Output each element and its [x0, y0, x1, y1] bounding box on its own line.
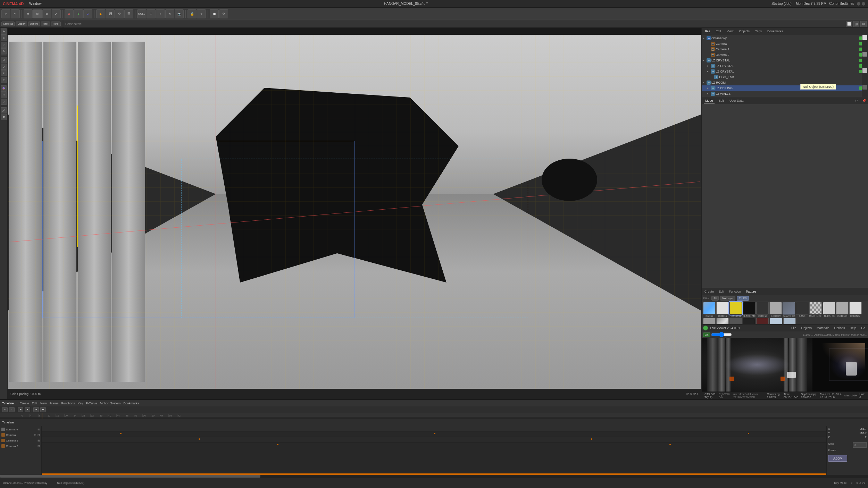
mat-glass[interactable]: GLASS_03 [783, 302, 795, 317]
rotate-btn[interactable]: ↻ [42, 9, 51, 18]
vp-options-btn[interactable]: Options [28, 22, 40, 26]
tl-bookmarks-sub[interactable]: Bookmarks [123, 402, 139, 405]
tool-knife[interactable]: ✂ [1, 92, 7, 98]
lv-on-btn[interactable]: On [703, 333, 710, 337]
track-row-camera1[interactable]: Camera.1 ⊞ [0, 438, 41, 443]
main-viewport[interactable]: Grid Spacing: 1000 m 72.8 72.1 [8, 28, 701, 399]
mat-create-tab[interactable]: Create [703, 289, 715, 294]
vp-filter-btn[interactable]: Filter [41, 22, 50, 26]
mat-function-tab[interactable]: Function [728, 289, 743, 294]
mat-metal[interactable]: METAL [729, 318, 742, 324]
mat-black[interactable]: BLACK_ME [743, 302, 756, 317]
vp-display-btn[interactable]: Display [16, 22, 27, 26]
tool-magnet[interactable]: 🔮 [1, 85, 7, 92]
tool-select[interactable]: ✥ [1, 28, 7, 35]
tool-scale[interactable]: ⤢ [1, 42, 7, 48]
obj-row-floor[interactable]: ▸ ◈ LZ FLOOR [702, 96, 868, 97]
tool-poly[interactable]: P [1, 77, 7, 83]
mat-filter-all[interactable]: All [711, 296, 719, 301]
track-row-camera[interactable]: Camera ⊞ ⊟ [0, 432, 41, 438]
tl-stop-btn[interactable]: ■ [25, 407, 30, 412]
axis-z-btn[interactable]: Z [83, 9, 92, 18]
tl-frame-sub[interactable]: Frame [50, 402, 59, 405]
camera-btn[interactable]: 📷 [175, 9, 184, 18]
vp-panel-btn[interactable]: Panel [51, 22, 61, 26]
tool-extrude[interactable]: ⬡ [1, 99, 7, 105]
mat-octdisp2[interactable]: OctDisp [756, 302, 769, 317]
om-tags-tab[interactable]: Tags [754, 29, 763, 34]
tl-edit-sub[interactable]: Edit [32, 402, 37, 405]
attr-mode-tab[interactable]: Mode [704, 98, 715, 103]
tl-key-sub[interactable]: Key [78, 402, 83, 405]
snap-btn[interactable]: 🔒 [187, 9, 197, 18]
mat-floor[interactable]: FLOOR [703, 318, 716, 324]
tl-functions-sub[interactable]: Functions [61, 402, 75, 405]
rv-interp-input[interactable] [853, 442, 867, 448]
obj-row-crystal2[interactable]: ▸ ◈ LZ CRYSTAL [702, 63, 868, 69]
om-view-tab[interactable]: View [725, 29, 735, 34]
sphere-btn[interactable]: ○ [156, 9, 165, 18]
mat-octgloss[interactable]: OctGloss [729, 302, 742, 317]
obj-row-camera1[interactable]: 📷 Camera.1 [702, 47, 868, 52]
undo-btn[interactable]: ↩ [1, 9, 10, 18]
mat-dark-red[interactable]: DARK_RED [756, 318, 769, 324]
tool-object[interactable]: O [1, 64, 7, 70]
lv-options-tab[interactable]: Options [833, 326, 846, 330]
om-edit-tab[interactable]: Edit [715, 29, 723, 34]
om-objects-tab[interactable]: Objects [737, 29, 751, 34]
render-btn[interactable]: ▶ [96, 9, 105, 18]
lv-objects-tab[interactable]: Objects [800, 326, 813, 330]
obj-row-octanesky[interactable]: ▸ ☁ OctaneSky [702, 35, 868, 41]
lv-file-tab[interactable]: File [790, 326, 798, 330]
scene-canvas[interactable] [8, 35, 701, 389]
scene-editor-scrollbar[interactable] [0, 475, 868, 478]
tl-fcurve-sub[interactable]: F-Curve [86, 402, 97, 405]
axis-x-btn[interactable]: X [65, 9, 74, 18]
attr-userdata-tab[interactable]: User Data [728, 98, 745, 103]
vp-maximize-btn[interactable]: ⬜ [846, 21, 852, 27]
select-btn[interactable]: ✥ [24, 9, 33, 18]
obj-row-camera[interactable]: 📷 Camera [702, 41, 868, 47]
render-queue-btn[interactable]: ☰ [124, 9, 133, 18]
layout-menu[interactable]: Startup (Job) [771, 2, 792, 6]
lv-go-tab[interactable]: Go [860, 326, 867, 330]
tl-motion-sub[interactable]: Motion System [100, 402, 121, 405]
vp-mode-btn[interactable]: Cameras [1, 22, 15, 26]
settings-btn[interactable]: ⚙ [219, 9, 228, 18]
tool-rotate[interactable]: ↻ [1, 48, 7, 54]
scroll-thumb[interactable] [0, 475, 260, 478]
mat-filter-nolayer[interactable]: No Layer [720, 296, 735, 301]
mat-ring[interactable]: RING_LIGH [809, 302, 822, 317]
lv-exposure-slider[interactable] [711, 333, 732, 336]
obj-row-ceiling[interactable]: ▸ ◈ LZ CEILING [702, 85, 868, 91]
attr-pin-icon[interactable]: 📌 [862, 99, 866, 102]
obj-row-crystal[interactable]: ▸ ◈ LZ CRYSTAL [702, 58, 868, 63]
track-row-summary[interactable]: Summary ⊞ [0, 427, 41, 432]
mat-ceil-b2[interactable]: CEILING_B [770, 318, 783, 324]
obj-row-walls[interactable]: ▸ ◈ LZ WALLS [702, 91, 868, 96]
tool-move[interactable]: ⊕ [1, 35, 7, 41]
mat-texture-tab[interactable]: Texture [744, 289, 758, 294]
lv-help-tab[interactable]: Help [848, 326, 858, 330]
obj-row-crystal3[interactable]: ▸ ◈ LZ CRYSTAL [702, 69, 868, 74]
tl-last-btn[interactable]: ⏭ [40, 407, 46, 412]
scale-btn[interactable]: ⤢ [52, 9, 61, 18]
mat-dark-bui[interactable]: DARK_BUI [743, 318, 755, 324]
mat-base[interactable]: BASE [796, 302, 808, 317]
tool-paint[interactable]: 🖌 [1, 107, 7, 113]
tl-create-sub[interactable]: Create [20, 402, 29, 405]
display-btn[interactable]: 🔲 [210, 9, 219, 18]
mat-indoor[interactable]: INDOOR [769, 302, 782, 317]
cube-btn[interactable]: □ [147, 9, 156, 18]
attr-expand-icon[interactable]: ⟨⟩ [855, 99, 858, 102]
tool-sculpt[interactable]: ⬢ [1, 114, 7, 120]
tl-view-sub[interactable]: View [40, 402, 47, 405]
attr-edit-tab[interactable]: Edit [717, 98, 726, 103]
mat-crystal[interactable]: Crystal [703, 302, 716, 317]
tl-add-key-btn[interactable]: + [2, 407, 8, 412]
om-file-tab[interactable]: File [704, 29, 712, 34]
mat-pillar[interactable]: PILLAR [716, 318, 729, 324]
mat-octdisp[interactable]: OctDisp [716, 302, 729, 317]
move-btn[interactable]: ⊕ [33, 9, 42, 18]
apply-button[interactable]: Apply [828, 455, 847, 462]
